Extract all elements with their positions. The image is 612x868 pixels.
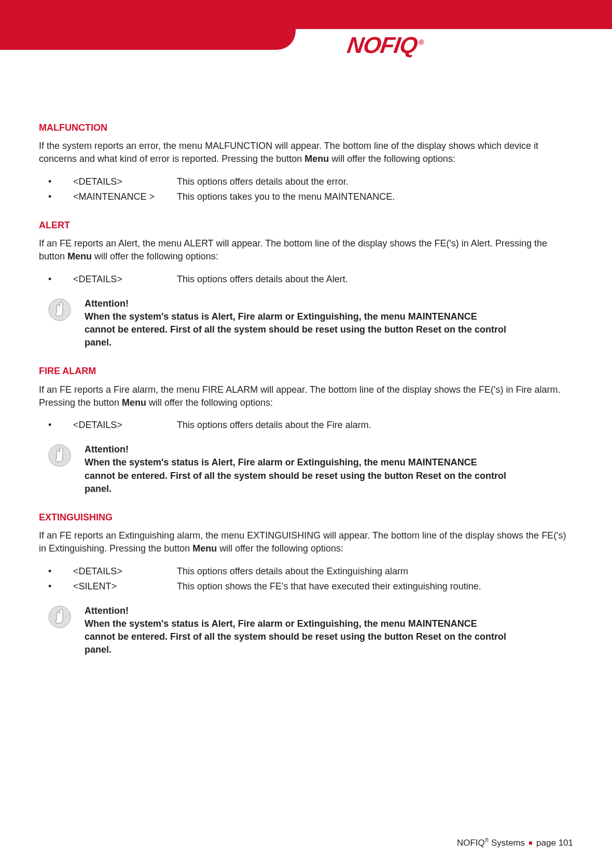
intro-firealarm-b: Menu: [122, 397, 146, 408]
intro-malfunction-c: will offer the following options:: [329, 154, 455, 164]
page-footer: NOFIQ® Systems page 101: [457, 837, 573, 849]
option-row: <DETAILS> This options offers details ab…: [48, 419, 573, 432]
heading-malfunction: MALFUNCTION: [39, 121, 573, 134]
option-desc: This options offers details about the Fi…: [177, 419, 573, 432]
option-key: <DETAILS>: [73, 419, 177, 432]
footer-brand: NOFIQ® Systems: [457, 837, 525, 849]
attention-title: Attention!: [85, 444, 129, 454]
intro-alert-c: will offer the following options:: [92, 251, 218, 261]
attention-text: Attention! When the system's status is A…: [85, 604, 510, 657]
intro-malfunction-b: Menu: [304, 154, 329, 164]
intro-malfunction: If the system reports an error, the menu…: [39, 140, 573, 166]
option-desc: This option shows the FE's that have exe…: [177, 580, 573, 593]
option-row: <SILENT> This option shows the FE's that…: [48, 580, 573, 593]
bullet: [48, 273, 73, 286]
intro-firealarm-c: will offer the following options:: [146, 397, 273, 408]
bullet: [48, 565, 73, 578]
heading-firealarm: FIRE ALARM: [39, 365, 573, 378]
option-desc: This options takes you to the menu MAINT…: [177, 190, 573, 203]
attention-text: Attention! When the system's status is A…: [85, 297, 510, 350]
option-key: <SILENT>: [73, 580, 177, 593]
attention-body: When the system's status is Alert, Fire …: [85, 457, 506, 493]
attention-hand-icon: [48, 444, 71, 467]
attention-block-extinguishing: Attention! When the system's status is A…: [48, 604, 573, 657]
bullet: [48, 419, 73, 432]
option-row: <DETAILS> This options offers details ab…: [48, 175, 573, 188]
footer-brand-text: NOFIQ: [457, 838, 485, 848]
attention-block-firealarm: Attention! When the system's status is A…: [48, 443, 573, 495]
option-desc: This options offers details about the Ex…: [177, 565, 573, 578]
attention-body: When the system's status is Alert, Fire …: [85, 618, 506, 655]
intro-alert: If an FE reports an Alert, the menu ALER…: [39, 237, 573, 263]
option-key: <DETAILS>: [73, 565, 177, 578]
option-desc: This options offers details about the er…: [177, 175, 573, 188]
brand-logo-reg: ®: [418, 38, 424, 47]
bullet: [48, 190, 73, 203]
intro-extinguishing: If an FE reports an Extinguishing alarm,…: [39, 529, 573, 555]
footer-systems: Systems: [489, 838, 525, 848]
page-content: MALFUNCTION If the system reports an err…: [0, 59, 612, 657]
option-row: <DETAILS> This options offers details ab…: [48, 565, 573, 578]
option-row: <DETAILS> This options offers details ab…: [48, 273, 573, 286]
option-key: <DETAILS>: [73, 175, 177, 188]
attention-hand-icon: [48, 605, 71, 628]
intro-firealarm-a: If an FE reports a Fire alarm, the menu …: [39, 384, 561, 408]
brand-logo-text: NOFIQ: [346, 32, 419, 58]
attention-title: Attention!: [85, 605, 129, 616]
option-desc: This options offers details about the Al…: [177, 273, 573, 286]
header-curve-row: NOFIQ®: [0, 29, 612, 59]
intro-firealarm: If an FE reports a Fire alarm, the menu …: [39, 383, 573, 409]
intro-malfunction-a: If the system reports an error, the menu…: [39, 141, 538, 164]
footer-page-number: page 101: [536, 837, 573, 849]
option-row: <MAINTENANCE > This options takes you to…: [48, 190, 573, 203]
option-key: <DETAILS>: [73, 273, 177, 286]
attention-body: When the system's status is Alert, Fire …: [85, 311, 506, 348]
bullet: [48, 580, 73, 593]
bullet: [48, 175, 73, 188]
option-key: <MAINTENANCE >: [73, 190, 177, 203]
header-red-bar: [0, 0, 612, 29]
attention-block-alert: Attention! When the system's status is A…: [48, 297, 573, 350]
intro-ext-b: Menu: [192, 543, 217, 554]
brand-logo: NOFIQ®: [345, 29, 425, 61]
attention-hand-icon: [48, 298, 71, 321]
footer-bullet-icon: [529, 842, 532, 845]
heading-extinguishing: EXTINGUISHING: [39, 511, 573, 524]
intro-ext-c: will offer the following options:: [217, 543, 343, 554]
attention-title: Attention!: [85, 298, 129, 309]
attention-text: Attention! When the system's status is A…: [85, 443, 510, 495]
heading-alert: ALERT: [39, 219, 573, 232]
intro-alert-b: Menu: [67, 251, 92, 261]
